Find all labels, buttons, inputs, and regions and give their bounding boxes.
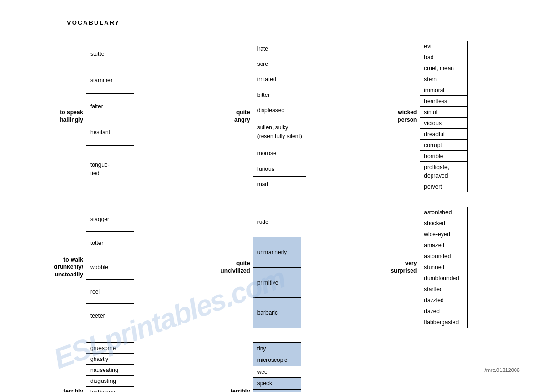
page-title: VOCABULARY xyxy=(67,19,529,26)
word-ghastly: ghastly xyxy=(86,354,134,365)
table-quite-angry: irate sore irritated bitter displeased s… xyxy=(253,41,306,192)
word-primitive: primitive xyxy=(253,267,301,297)
word-displeased: displeased xyxy=(253,103,306,118)
word-bad: bad xyxy=(420,52,468,63)
footer: /mrc.01212006 xyxy=(485,367,520,373)
word-stutter: stutter xyxy=(86,41,134,67)
word-unmannerly: unmannerly xyxy=(253,237,301,267)
word-tiny: tiny xyxy=(253,343,301,354)
box-walk-drunkenly: to walkdrunkenly/unsteadily stagger tott… xyxy=(48,207,196,328)
word-corrupt: corrupt xyxy=(420,140,468,151)
word-wobble: wobble xyxy=(86,255,134,280)
word-dumbfounded: dumbfounded xyxy=(420,273,468,284)
word-evil: evil xyxy=(420,41,468,52)
word-bitter: bitter xyxy=(253,87,306,103)
word-dreadful: dreadful xyxy=(420,129,468,140)
word-stammer: stammer xyxy=(86,67,134,93)
word-wee: wee xyxy=(253,366,301,377)
word-astonished: astonished xyxy=(420,207,468,218)
table-wicked-person: evil bad cruel, mean stern immoral heart… xyxy=(420,41,468,192)
word-totter: totter xyxy=(86,231,134,255)
word-astounded: astounded xyxy=(420,251,468,262)
box-quite-uncivilized: quiteuncivilized rude unmannerly primiti… xyxy=(215,207,363,328)
word-immoral: immoral xyxy=(420,85,468,96)
word-barbaric: barbaric xyxy=(253,297,301,328)
word-heartless: heartless xyxy=(420,96,468,107)
page: VOCABULARY to speakhallingly stutter sta… xyxy=(0,0,558,392)
word-dazed: dazed xyxy=(420,306,468,317)
word-falter: falter xyxy=(86,93,134,119)
word-speck: speck xyxy=(253,378,301,389)
word-shocked: shocked xyxy=(420,218,468,229)
word-sinful: sinful xyxy=(420,107,468,118)
word-hesitant: hesitant xyxy=(86,119,134,146)
word-stern: stern xyxy=(420,74,468,85)
word-wide-eyed: wide-eyed xyxy=(420,229,468,240)
table-terribly-ugly: gruesome ghastly nauseating disgusting l… xyxy=(86,342,134,392)
table-speak-hallingly: stutter stammer falter hesitant tongue-t… xyxy=(86,41,134,192)
label-speak-hallingly: to speakhallingly xyxy=(48,41,86,192)
word-disgusting: disgusting xyxy=(86,376,134,387)
word-horrible: horrible xyxy=(420,151,468,162)
table-very-surprised: astonished shocked wide-eyed amazed asto… xyxy=(420,207,468,328)
word-stunned: stunned xyxy=(420,262,468,273)
word-tongue-tied: tongue-tied xyxy=(86,146,134,192)
word-reel: reel xyxy=(86,279,134,304)
word-stagger: stagger xyxy=(86,207,134,232)
box-terribly-small: terriblysmall tiny microscopic wee speck… xyxy=(215,342,363,392)
word-dazzled: dazzled xyxy=(420,295,468,306)
label-wicked-person: wickedperson xyxy=(381,41,420,192)
box-wicked-person: wickedperson evil bad cruel, mean stern … xyxy=(381,41,529,192)
word-flabbergasted: flabbergasted xyxy=(420,317,468,328)
word-amazed: amazed xyxy=(420,240,468,251)
word-undersized: undersized xyxy=(253,389,301,392)
table-quite-uncivilized: rude unmannerly primitive barbaric xyxy=(253,207,301,328)
word-nauseating: nauseating xyxy=(86,365,134,376)
vocab-grid: to speakhallingly stutter stammer falter… xyxy=(48,41,529,392)
box-speak-hallingly: to speakhallingly stutter stammer falter… xyxy=(48,41,196,192)
word-furious: furious xyxy=(253,161,306,177)
word-gruesome: gruesome xyxy=(86,343,134,354)
word-morose: morose xyxy=(253,146,306,161)
word-teeter: teeter xyxy=(86,304,134,328)
label-walk-drunkenly: to walkdrunkenly/unsteadily xyxy=(48,207,86,328)
word-loathsome: loathsome xyxy=(86,387,134,392)
word-microscopic: microscopic xyxy=(253,354,301,366)
word-rude: rude xyxy=(253,207,301,237)
word-profligate: profligate,depraved xyxy=(420,162,468,181)
word-irritated: irritated xyxy=(253,72,306,87)
box-quite-angry: quiteangry irate sore irritated bitter d… xyxy=(215,41,363,192)
box-terribly-ugly: terriblyugly gruesome ghastly nauseating… xyxy=(48,342,196,392)
label-very-surprised: verysurprised xyxy=(381,207,420,328)
word-sullen: sullen, sulky(resentfully silent) xyxy=(253,118,306,146)
label-quite-uncivilized: quiteuncivilized xyxy=(215,207,253,328)
table-walk-drunkenly: stagger totter wobble reel teeter xyxy=(86,207,134,328)
word-cruel-mean: cruel, mean xyxy=(420,63,468,74)
word-irate: irate xyxy=(253,41,306,56)
word-vicious: vicious xyxy=(420,118,468,129)
word-pervert: pervert xyxy=(420,181,468,192)
label-terribly-ugly: terriblyugly xyxy=(48,342,86,392)
word-mad: mad xyxy=(253,177,306,192)
word-startled: startled xyxy=(420,284,468,295)
table-terribly-small: tiny microscopic wee speck undersized li… xyxy=(253,342,301,392)
label-terribly-small: terriblysmall xyxy=(215,342,253,392)
box-very-surprised: verysurprised astonished shocked wide-ey… xyxy=(381,207,529,328)
label-quite-angry: quiteangry xyxy=(215,41,253,192)
word-sore: sore xyxy=(253,56,306,72)
